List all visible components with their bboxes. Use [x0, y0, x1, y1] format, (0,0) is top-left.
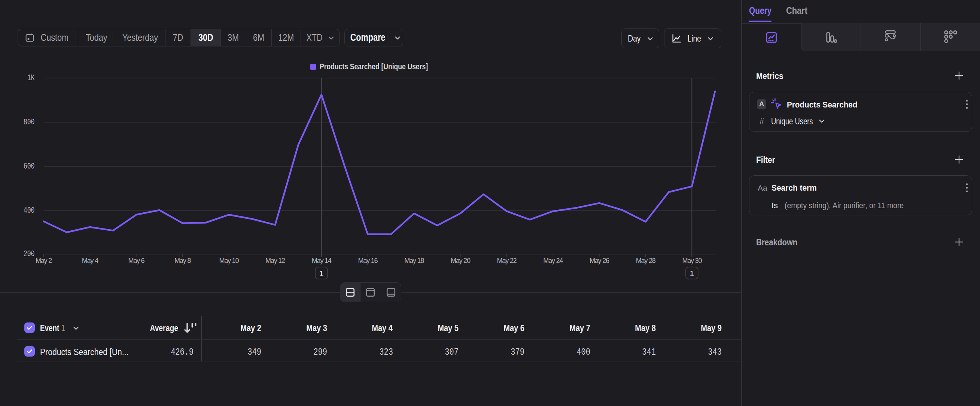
svg-text:1: 1 — [319, 269, 324, 277]
svg-text:1K: 1K — [27, 73, 35, 83]
svg-text:May 16: May 16 — [358, 257, 378, 264]
svg-text:May 6: May 6 — [128, 257, 145, 264]
svg-text:May 24: May 24 — [543, 257, 563, 264]
svg-text:Products Searched [Unique User: Products Searched [Unique Users] — [320, 62, 428, 71]
svg-text:1: 1 — [689, 269, 694, 277]
svg-text:May 14: May 14 — [312, 257, 332, 264]
svg-text:May 12: May 12 — [266, 257, 285, 264]
svg-text:800: 800 — [24, 118, 35, 127]
svg-text:May 20: May 20 — [451, 257, 471, 264]
svg-text:400: 400 — [24, 205, 35, 215]
svg-text:May 22: May 22 — [497, 257, 517, 264]
svg-text:May 10: May 10 — [219, 257, 239, 264]
svg-text:200: 200 — [24, 250, 35, 259]
svg-text:May 18: May 18 — [404, 257, 424, 264]
svg-text:May 4: May 4 — [82, 257, 99, 264]
svg-text:May 28: May 28 — [636, 257, 656, 264]
svg-text:May 8: May 8 — [175, 257, 191, 264]
svg-text:May 2: May 2 — [35, 257, 52, 264]
svg-text:600: 600 — [24, 162, 35, 171]
svg-text:May 26: May 26 — [590, 257, 609, 264]
svg-text:May 30: May 30 — [682, 257, 702, 264]
